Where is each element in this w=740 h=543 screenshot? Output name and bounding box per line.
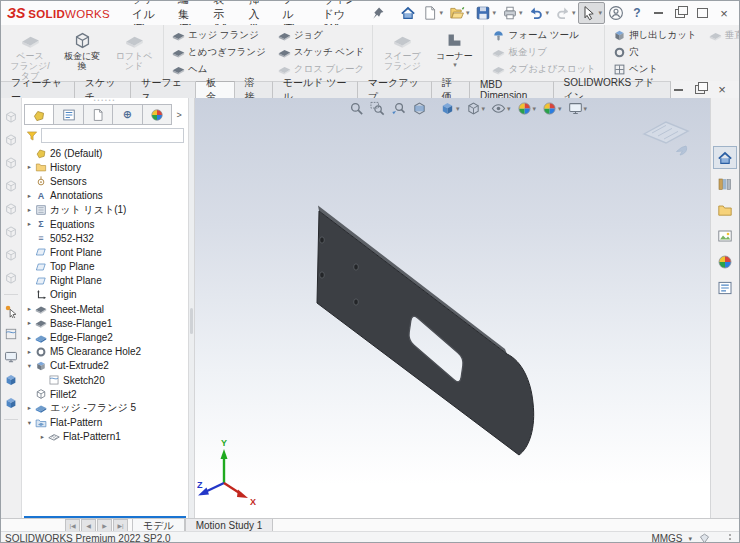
tree-item-sheet-metal[interactable]: ▸Sheet-Metal: [22, 302, 188, 316]
view-tool-button-1[interactable]: [4, 110, 18, 124]
tab-item[interactable]: 評価: [432, 81, 470, 98]
dropdown-caret-icon[interactable]: ▾: [507, 105, 511, 113]
sketch-tool-button[interactable]: [4, 327, 18, 341]
tree-expand-arrow-icon[interactable]: ▸: [24, 220, 35, 228]
home-taskpane-button[interactable]: [713, 146, 737, 169]
file-explorer-button[interactable]: [713, 198, 737, 221]
dropdown-caret-icon[interactable]: ▾: [453, 61, 457, 69]
tree-expand-arrow-icon[interactable]: ▸: [24, 305, 35, 313]
display-manager-tab[interactable]: [143, 104, 172, 125]
sheet-metal-part[interactable]: [195, 98, 710, 518]
dropdown-caret-icon[interactable]: ▾: [558, 105, 562, 113]
pin-menu-icon[interactable]: [371, 6, 385, 20]
graphics-viewport[interactable]: ▾▾▾▾▾▾ Y Z X: [195, 98, 710, 518]
tree-item-right-plane[interactable]: Right Plane: [22, 274, 188, 288]
sketched-bend-button[interactable]: スケッチ ベンド: [273, 44, 370, 61]
tree-expand-arrow-icon[interactable]: ▾: [24, 419, 35, 427]
doc-restore-button[interactable]: [693, 83, 707, 97]
feature-manager-tab[interactable]: [24, 104, 54, 125]
display-style-button[interactable]: ▾: [464, 100, 488, 117]
view-settings-button[interactable]: ▾: [566, 100, 590, 117]
dimxpert-tab[interactable]: ⊕: [113, 104, 142, 125]
units-selector[interactable]: MMGS: [651, 533, 682, 543]
resize-grip[interactable]: [721, 534, 731, 543]
isolate-cube-button[interactable]: [4, 373, 18, 387]
restore-button[interactable]: [669, 4, 691, 22]
doc-close-button[interactable]: ×: [715, 83, 729, 97]
user-account-button[interactable]: [605, 2, 627, 24]
view-tool-button-7[interactable]: [4, 248, 18, 262]
dropdown-caret-icon[interactable]: ▾: [545, 9, 549, 17]
hide-show-items-button[interactable]: ▾: [489, 100, 513, 117]
view-tool-button-6[interactable]: [4, 225, 18, 239]
tree-item-sensors[interactable]: Sensors: [22, 174, 188, 188]
tree-item-5[interactable]: ▸エッジ -フランジ 5: [22, 401, 188, 415]
tree-item-fillet2[interactable]: Fillet2: [22, 387, 188, 401]
view-tool-button-2[interactable]: [4, 133, 18, 147]
tab-item[interactable]: 溶接: [235, 81, 273, 98]
zoom-fit-button[interactable]: [347, 100, 366, 117]
tree-filter-input[interactable]: [41, 128, 184, 143]
tree-item-m5-clearance-hole2[interactable]: ▸M5 Clearance Hole2: [22, 345, 188, 359]
tab-item[interactable]: モールド ツール: [273, 81, 358, 98]
tab-item[interactable]: 板金: [196, 81, 234, 98]
tree-item-equations[interactable]: ▸ΣEquations: [22, 217, 188, 231]
hole-button[interactable]: 穴: [608, 44, 702, 61]
tree-item-26-default[interactable]: 26 (Default): [22, 146, 188, 160]
dropdown-caret-icon[interactable]: ▾: [456, 105, 460, 113]
dropdown-caret-icon[interactable]: ▾: [439, 9, 443, 17]
minimize-button[interactable]: [647, 4, 669, 22]
dropdown-caret-icon[interactable]: ▾: [482, 105, 486, 113]
screen-capture-button[interactable]: [4, 350, 18, 364]
part-face[interactable]: [317, 211, 534, 455]
dropdown-caret-icon[interactable]: ▾: [466, 9, 470, 17]
tab-item[interactable]: フィーチャー: [1, 81, 75, 98]
tree-item-5052-h32[interactable]: ≡5052-H32: [22, 231, 188, 245]
tree-item-sketch20[interactable]: Sketch20: [22, 373, 188, 387]
tag-icon[interactable]: [698, 532, 711, 543]
apply-scene-button[interactable]: ▾: [540, 100, 564, 117]
edge-flange-button[interactable]: エッジ フランジ: [167, 27, 271, 44]
extruded-cut-button[interactable]: 押し出しカット: [608, 27, 702, 44]
view-tool-button-8[interactable]: [4, 271, 18, 285]
tree-item-cut-extrude2[interactable]: ▾Cut-Extrude2: [22, 359, 188, 373]
tree-expand-arrow-icon[interactable]: ▸: [24, 334, 35, 342]
zoom-area-button[interactable]: [368, 100, 387, 117]
tab-solidworks[interactable]: SOLIDWORKS アドイン: [554, 81, 671, 98]
view-tool-button-4[interactable]: [4, 179, 18, 193]
select-part-button[interactable]: [4, 304, 18, 318]
doc-minimize-button[interactable]: [671, 83, 685, 97]
previous-view-button[interactable]: [389, 100, 408, 117]
tree-item-edge-flange2[interactable]: ▸Edge-Flange2: [22, 330, 188, 344]
sheetmetal-gusset-button[interactable]: 板金リブ: [487, 44, 601, 61]
tree-item-history[interactable]: ▸History: [22, 160, 188, 174]
redo-button[interactable]: ▾: [552, 2, 579, 24]
lofted-bend-button[interactable]: ロフトベンド: [108, 27, 160, 73]
tree-expand-arrow-icon[interactable]: ▸: [24, 404, 35, 412]
base-flange-button[interactable]: ベース フランジ/タブ: [4, 27, 56, 83]
help-button[interactable]: ?: [627, 2, 647, 24]
tree-expand-arrow-icon[interactable]: ▸: [24, 348, 35, 356]
select-cursor-button[interactable]: ▾: [578, 2, 605, 24]
tree-expand-arrow-icon[interactable]: ▸: [37, 433, 48, 441]
tree-item-flat-pattern[interactable]: ▾Flat-Pattern: [22, 416, 188, 430]
view-tool-button-5[interactable]: [4, 202, 18, 216]
tree-expand-arrow-icon[interactable]: ▸: [24, 319, 35, 327]
isolate-cube2-button[interactable]: [4, 396, 18, 410]
jog-button[interactable]: ジョグ: [273, 27, 370, 44]
new-document-button[interactable]: ▾: [419, 2, 446, 24]
undo-button[interactable]: ▾: [525, 2, 552, 24]
swept-flange-button[interactable]: スイープ フランジ: [376, 27, 428, 73]
print-button[interactable]: ▾: [499, 2, 526, 24]
tree-expand-arrow-icon[interactable]: ▸: [24, 192, 35, 200]
tree-item-flat-pattern1[interactable]: ▸Flat-Pattern1: [22, 430, 188, 444]
maximize-button[interactable]: [691, 4, 713, 22]
view-palette-button[interactable]: [713, 224, 737, 247]
view-tool-button-3[interactable]: [4, 156, 18, 170]
dropdown-caret-icon[interactable]: ▾: [598, 9, 602, 17]
miter-flange-button[interactable]: とめつぎフランジ: [167, 44, 271, 61]
custom-properties-button[interactable]: [713, 276, 737, 299]
tab-item[interactable]: マークアップ: [358, 81, 432, 98]
property-manager-tab[interactable]: [54, 104, 83, 125]
tree-expand-arrow-icon[interactable]: ▸: [24, 206, 35, 214]
